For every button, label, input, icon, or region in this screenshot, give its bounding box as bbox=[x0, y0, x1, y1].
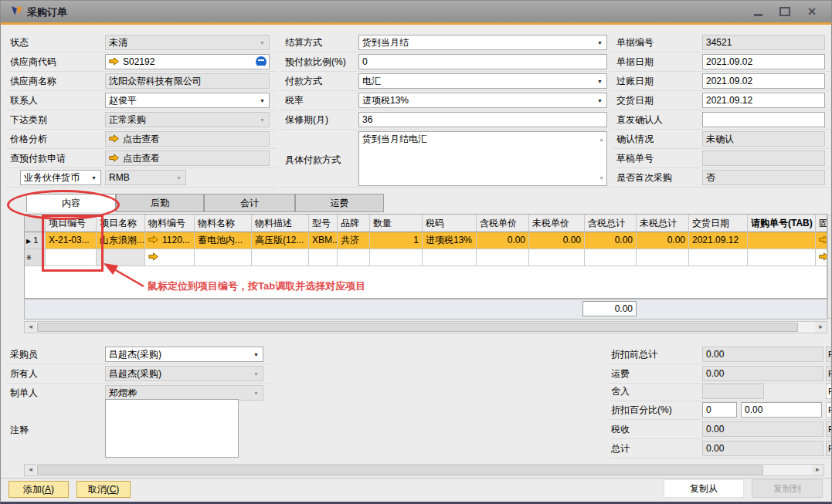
supplier_code-label: 供应商代码 bbox=[10, 54, 56, 69]
payment_method-field[interactable]: 电汇▼ bbox=[358, 73, 607, 89]
add-button[interactable]: 添加(A) bbox=[8, 481, 69, 498]
row-divider bbox=[7, 52, 277, 52]
doc_date-field[interactable]: 2021.09.02 bbox=[702, 54, 825, 69]
tax_code-cell[interactable]: 进项税13% bbox=[423, 232, 477, 249]
bottom-hscrollbar-right-arrow[interactable]: ► bbox=[812, 465, 824, 475]
req_no-cell[interactable] bbox=[748, 249, 816, 266]
warranty_months-label: 保修期(月) bbox=[285, 112, 328, 127]
first_purchase-field: 否 bbox=[702, 170, 825, 185]
posting_date-field[interactable]: 2021.09.02 bbox=[702, 73, 825, 89]
brand-cell[interactable] bbox=[338, 249, 370, 266]
fixed-cell[interactable] bbox=[816, 232, 827, 249]
contact-value: 赵俊平 bbox=[109, 95, 137, 106]
unit_price_tax-cell[interactable]: 0.00 bbox=[477, 232, 529, 249]
unit_price-cell[interactable]: 0.00 bbox=[529, 232, 585, 249]
model-value: XBM... bbox=[312, 235, 338, 245]
brand-cell[interactable]: 共济 bbox=[338, 232, 370, 249]
titlebar: 采购订单 × bbox=[1, 1, 831, 22]
tax_code-cell[interactable] bbox=[423, 249, 477, 266]
prepay_ratio-field[interactable]: 0 bbox=[358, 54, 607, 69]
material_no-cell[interactable]: 1120... bbox=[145, 232, 195, 249]
row-divider bbox=[610, 438, 832, 439]
material_name-cell[interactable] bbox=[195, 249, 252, 266]
price_analysis-field[interactable]: 点击查看 bbox=[105, 131, 270, 147]
row-selector[interactable]: ※ bbox=[25, 249, 46, 266]
remarks-field[interactable] bbox=[105, 399, 239, 458]
col-header-unit_price_tax: 含税单价 bbox=[477, 215, 529, 232]
grid-vscrollbar[interactable] bbox=[827, 215, 832, 319]
material_name-cell[interactable]: 蓄电池内... bbox=[195, 232, 252, 249]
grid-hscrollbar-thumb[interactable] bbox=[37, 323, 798, 332]
supplier_code-field[interactable]: S02192 bbox=[105, 54, 270, 69]
posting_date-value: 2021.09.02 bbox=[706, 76, 752, 86]
delivery_date-field[interactable]: 2021.09.12 bbox=[702, 93, 825, 108]
bottom-hscrollbar-left-arrow[interactable]: ◄ bbox=[25, 465, 36, 475]
discount_percent-field[interactable]: 0 bbox=[702, 402, 737, 418]
link-arrow-icon[interactable] bbox=[109, 152, 119, 166]
model-cell[interactable]: XBM... bbox=[309, 232, 338, 249]
item_no-cell[interactable]: X-21-03... bbox=[46, 232, 97, 249]
settlement_method-field[interactable]: 货到当月结▼ bbox=[358, 35, 607, 50]
material_desc-cell[interactable] bbox=[252, 249, 309, 266]
copy-from-button[interactable]: 复制从 bbox=[664, 479, 744, 498]
total_tax-cell[interactable] bbox=[585, 249, 637, 266]
delivery_date-cell[interactable] bbox=[689, 249, 748, 266]
link-arrow-icon[interactable] bbox=[148, 233, 158, 249]
fixed-cell[interactable] bbox=[816, 249, 827, 266]
grand_total-label: 总计 bbox=[611, 441, 630, 456]
bottom-hscrollbar-thumb[interactable] bbox=[37, 465, 763, 475]
unit_price-cell[interactable] bbox=[529, 249, 585, 266]
choose-from-list-icon[interactable] bbox=[256, 56, 267, 67]
grid-hscrollbar-left-arrow[interactable]: ◄ bbox=[25, 322, 36, 333]
link-arrow-icon[interactable] bbox=[819, 233, 827, 249]
rows-total-field[interactable]: 0.00 bbox=[582, 301, 637, 316]
dropdown-arrow-icon[interactable]: ▼ bbox=[88, 171, 100, 184]
req_no-cell[interactable] bbox=[748, 232, 816, 249]
dropdown-arrow-icon[interactable]: ▼ bbox=[256, 94, 268, 107]
item_name-cell[interactable]: 山东浪潮... bbox=[97, 232, 145, 249]
link-arrow-icon[interactable] bbox=[109, 56, 119, 69]
link-arrow-icon[interactable] bbox=[109, 133, 119, 147]
contact-field[interactable]: 赵俊平▼ bbox=[105, 93, 270, 108]
discount_percent_2-field[interactable]: 0.00 bbox=[741, 402, 822, 418]
total-cell[interactable]: 0.00 bbox=[637, 232, 689, 249]
prepay_ratio-value: 0 bbox=[362, 56, 368, 67]
row-selector[interactable]: ▶1 bbox=[25, 232, 46, 249]
scroll-up-icon[interactable]: ▲ bbox=[599, 134, 604, 145]
total-cell[interactable] bbox=[637, 249, 689, 266]
material_no-cell[interactable] bbox=[145, 249, 195, 266]
qty-cell[interactable]: 1 bbox=[370, 232, 423, 249]
item_name-cell[interactable] bbox=[97, 249, 145, 266]
scroll-down-icon[interactable]: ▼ bbox=[599, 172, 604, 184]
dropdown-arrow-icon[interactable]: ▼ bbox=[594, 75, 606, 87]
prepay_request-field[interactable]: 点击查看 bbox=[105, 151, 270, 166]
tab-logistics[interactable]: 后勤 bbox=[116, 194, 204, 212]
link-arrow-icon[interactable] bbox=[148, 250, 158, 266]
grid-hscrollbar-right-arrow[interactable]: ► bbox=[815, 322, 827, 333]
delivery_date-cell[interactable]: 2021.09.12 bbox=[689, 232, 748, 249]
minimize-button[interactable] bbox=[749, 4, 766, 19]
tax_rate-field[interactable]: 进项税13%▼ bbox=[358, 93, 607, 108]
purchaser-field[interactable]: 昌超杰(采购)▼ bbox=[105, 347, 263, 362]
tab-accounting[interactable]: 会计 bbox=[204, 194, 295, 212]
unit_price_tax-cell[interactable] bbox=[477, 249, 529, 266]
payment_detail-field[interactable]: 货到当月结电汇▲▼ bbox=[358, 131, 607, 186]
total_tax-cell[interactable]: 0.00 bbox=[585, 232, 637, 249]
material_desc-cell[interactable]: 高压版(12... bbox=[252, 232, 309, 249]
link-arrow-icon[interactable] bbox=[819, 250, 827, 266]
qty-cell[interactable] bbox=[370, 249, 423, 266]
tax_code-value: 进项税13% bbox=[426, 235, 472, 245]
close-button[interactable]: × bbox=[803, 4, 820, 19]
tab-content[interactable]: 内容 bbox=[26, 194, 116, 212]
dropdown-arrow-icon[interactable]: ▼ bbox=[594, 94, 606, 107]
model-cell[interactable] bbox=[309, 249, 338, 266]
warranty_months-field[interactable]: 36 bbox=[358, 112, 607, 127]
item_no-cell[interactable] bbox=[46, 249, 97, 266]
maximize-button[interactable] bbox=[776, 4, 793, 19]
tab-freight[interactable]: 运费 bbox=[295, 194, 384, 212]
cancel-button[interactable]: 取消(C) bbox=[76, 481, 131, 498]
direct_confirmer-field[interactable] bbox=[702, 112, 825, 127]
dropdown-arrow-icon[interactable]: ▼ bbox=[594, 36, 606, 49]
dropdown-arrow-icon[interactable]: ▼ bbox=[250, 348, 262, 360]
bp_currency_selector-field[interactable]: 业务伙伴货币▼ bbox=[20, 170, 101, 185]
